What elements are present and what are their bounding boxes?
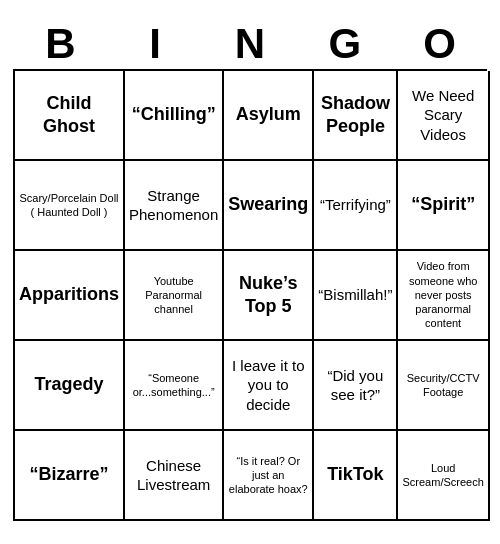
bingo-cell: Strange Phenomenon (125, 161, 224, 251)
title-letter: O (395, 23, 485, 65)
bingo-cell: “Spirit” (398, 161, 489, 251)
bingo-cell: “Bismillah!” (314, 251, 398, 341)
title-letter: G (300, 23, 390, 65)
bingo-card: BINGO Child Ghost“Chilling”AsylumShadow … (5, 15, 495, 529)
bingo-cell: Chinese Livestream (125, 431, 224, 521)
title-letter: N (205, 23, 295, 65)
bingo-cell: TikTok (314, 431, 398, 521)
bingo-grid: Child Ghost“Chilling”AsylumShadow People… (13, 69, 487, 521)
title-letter: I (110, 23, 200, 65)
bingo-cell: “Bizarre” (15, 431, 125, 521)
bingo-cell: Scary/Porcelain Doll ( Haunted Doll ) (15, 161, 125, 251)
bingo-cell: Video from someone who never posts paran… (398, 251, 489, 341)
bingo-cell: Security/CCTV Footage (398, 341, 489, 431)
bingo-cell: Nuke’s Top 5 (224, 251, 314, 341)
title-letter: B (15, 23, 105, 65)
bingo-cell: I leave it to you to decide (224, 341, 314, 431)
bingo-cell: Shadow People (314, 71, 398, 161)
bingo-cell: “Did you see it?” (314, 341, 398, 431)
bingo-cell: Asylum (224, 71, 314, 161)
bingo-cell: “Someone or...something...” (125, 341, 224, 431)
bingo-cell: Swearing (224, 161, 314, 251)
bingo-title: BINGO (13, 23, 487, 65)
bingo-cell: “Terrifying” (314, 161, 398, 251)
bingo-cell: Child Ghost (15, 71, 125, 161)
bingo-cell: Loud Scream/Screech (398, 431, 489, 521)
bingo-cell: We Need Scary Videos (398, 71, 489, 161)
bingo-cell: Apparitions (15, 251, 125, 341)
bingo-cell: “Is it real? Or just an elaborate hoax? (224, 431, 314, 521)
bingo-cell: Tragedy (15, 341, 125, 431)
bingo-cell: “Chilling” (125, 71, 224, 161)
bingo-cell: Youtube Paranormal channel (125, 251, 224, 341)
